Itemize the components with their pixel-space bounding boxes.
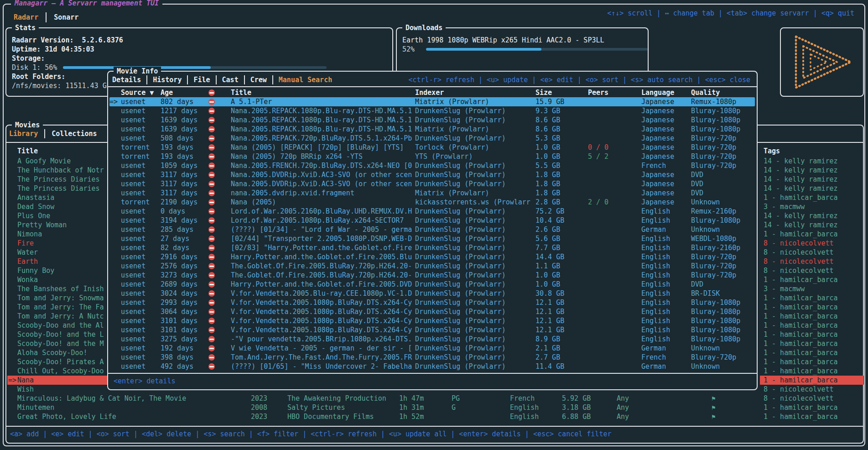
app-title: Managarr — A Servarr management TUI [11, 0, 162, 7]
servarr-tab[interactable]: Sonarr [46, 12, 86, 22]
search-result-row[interactable]: usenet 3275 days -"V pour vendetta.2005.… [108, 335, 757, 344]
movie-info-tab[interactable]: Crew [244, 75, 272, 84]
age-column-header[interactable]: Age [161, 88, 173, 97]
movie-year: 2008 [251, 403, 267, 412]
result-quality: Bluray-1080p [691, 106, 740, 115]
search-result-row[interactable]: usenet 1639 days Nana.2005.REPACK.1080p.… [108, 115, 757, 125]
search-result-row[interactable]: usenet 1217 days Nana.2005.REPACK.1080p.… [108, 106, 757, 115]
result-age: 3273 days [161, 271, 198, 280]
search-result-row[interactable]: usenet 2689 days Harry.Potter.and.the.Go… [108, 280, 757, 289]
movie-tag-cell: 14 - kelly ramirez [760, 211, 864, 220]
result-age: 1639 days [161, 115, 198, 125]
movie-tag-cell: 3 - macmww [760, 284, 864, 293]
movie-tag-cell: 1 - hamilcar_barca [760, 357, 864, 366]
result-size: 8.6 GB [535, 125, 560, 134]
result-size: 8.6 GB [535, 115, 560, 125]
search-result-row[interactable]: usenet 3194 days Lord.of.War.2005.1080p.… [108, 216, 757, 225]
movie-title: Wish [17, 385, 34, 393]
result-age: 3117 days [161, 179, 198, 188]
search-result-row[interactable]: usenet 3117 days nana.2005.dvdrip.xvid.f… [108, 188, 757, 198]
result-language: Japanese [641, 152, 674, 161]
no-entry-icon [208, 125, 215, 134]
movie-title-cell: Scooby-Doo and the Al [7, 321, 109, 330]
search-result-row[interactable]: torrent 193 days Nana (2005) [REPACK] [7… [108, 143, 757, 152]
movie-title-cell: Tom and Jerry: A Nutc [7, 312, 109, 321]
result-size: 7.7 GB [535, 243, 560, 252]
search-result-row[interactable]: => usenet 802 days A 5.1-PTer Miatrix (P… [108, 97, 757, 106]
movie-certification: G [452, 403, 456, 412]
movie-runtime: 1h 47m [399, 394, 424, 403]
search-result-row[interactable]: usenet 3024 days V.for.Vendetta.2005.Blu… [108, 289, 757, 298]
search-result-row[interactable]: usenet 285 days (????) [01/34] - "Lord o… [108, 225, 757, 234]
search-result-row[interactable]: torrent 193 days Nana (2005) 720p BRRip … [108, 152, 757, 161]
search-result-row[interactable]: usenet 192 days V wie Vendetta - 2005 - … [108, 344, 757, 353]
result-source: usenet [121, 106, 146, 115]
search-result-row[interactable]: usenet 2916 days Harry.Potter.and.the.Go… [108, 252, 757, 262]
language-column-header[interactable]: Language [641, 88, 674, 97]
search-result-row[interactable]: usenet 3064 days V.for.Vendetta.2005.108… [108, 307, 757, 316]
result-source: usenet [121, 335, 146, 344]
search-result-row[interactable]: usenet 2993 days V.for.Vendetta.2005.108… [108, 298, 757, 307]
movies-tab[interactable]: Collections [44, 129, 103, 138]
result-title: Nana.2005.REPACK.720p.BluRay.DTS.5.1.x26… [231, 134, 413, 143]
result-quality: Bluray-720p [691, 143, 736, 152]
result-language: German [641, 362, 666, 371]
search-result-row[interactable]: usenet 1639 days Nana.2005.REPACK.1080p.… [108, 125, 757, 134]
servarr-tab[interactable]: Radarr [10, 12, 46, 22]
no-entry-icon [208, 243, 215, 252]
indexer-column-header[interactable]: Indexer [415, 88, 444, 97]
result-title: The.Goblet.Of.Fire.2005.BluRay.720p.H264… [231, 271, 413, 280]
result-size: 1.8 GB [535, 188, 560, 198]
movie-tag-cell: 1 - hamilcar_barca [760, 321, 864, 330]
search-result-row[interactable]: usenet 3101 days V.for.Vendetta.2005.108… [108, 325, 757, 335]
no-entry-icon [208, 234, 215, 243]
search-result-row[interactable]: usenet 0 days Lord.of.War.2005.2160p.Blu… [108, 207, 757, 216]
search-result-row[interactable]: usenet 3117 days Nana.2005.DVDRip.XviD.A… [108, 179, 757, 188]
result-age: 1059 days [161, 161, 198, 170]
movie-title-cell: Plus One [7, 211, 109, 220]
movie-tag-cell: 14 - kelly ramirez [760, 220, 864, 230]
search-result-row[interactable]: usenet 82 days [02/83] "Harry.Potter.and… [108, 243, 757, 252]
result-indexer: DrunkenSlug (Prowlarr) [415, 271, 534, 280]
search-result-row[interactable]: usenet 3101 days V.for.Vendetta.2005.108… [108, 316, 757, 325]
size-column-header[interactable]: Size [535, 88, 552, 97]
movie-tag-cell: 8 - nicolecolvett [760, 239, 864, 248]
result-age: 3064 days [161, 307, 198, 316]
movie-info-tab[interactable]: History [146, 75, 187, 84]
result-size: 8.9 GB [535, 335, 560, 344]
movie-info-tab[interactable]: Manual Search [272, 75, 338, 84]
result-age: 492 days [161, 362, 193, 371]
result-language: Japanese [641, 198, 674, 207]
movie-title: The Hunchback of Notr [17, 166, 104, 174]
search-result-row[interactable]: usenet 3273 days The.Goblet.Of.Fire.2005… [108, 271, 757, 280]
search-result-row[interactable]: usenet 3117 days Nana.2005.DVDRip.XviD.A… [108, 170, 757, 179]
movie-title-cell: Scooby-Doo! and the L [7, 330, 109, 339]
title-column-header[interactable]: Title [231, 88, 251, 97]
search-result-row[interactable]: usenet 492 days (????) [01/65] - "Miss U… [108, 362, 757, 371]
peers-column-header[interactable]: Peers [588, 88, 608, 97]
search-result-row[interactable]: usenet 2576 days The.Goblet.Of.Fire.2005… [108, 262, 757, 271]
movies-tabs: LibraryCollections [7, 129, 104, 138]
source-column-header[interactable]: Source ▼ [121, 88, 154, 97]
movie-info-tab[interactable]: Cast [216, 75, 244, 84]
no-entry-icon [208, 362, 215, 371]
result-source: usenet [121, 307, 146, 316]
movies-tab[interactable]: Library [7, 129, 44, 138]
result-source: usenet [121, 216, 146, 225]
no-entry-icon [208, 161, 215, 170]
search-result-row[interactable]: usenet 1059 days Nana.2005.FRENCH.720p.B… [108, 161, 757, 170]
movie-title: The Princess Diaries [17, 184, 100, 193]
no-entry-icon [208, 316, 215, 325]
movie-tag-cell: 8 - nicolecolvett [760, 385, 864, 394]
search-result-row[interactable]: usenet 398 days Tom.And.Jerry.The.Fast.A… [108, 353, 757, 362]
search-result-row[interactable]: usenet 27 days [02/44] "Transporter 2.20… [108, 234, 757, 243]
movie-title-cell: Nimona [7, 230, 109, 239]
result-source: usenet [121, 179, 146, 188]
search-result-row[interactable]: torrent 2190 days Nana (2005) kickasstor… [108, 198, 757, 207]
movie-year: 2023 [251, 412, 267, 421]
quality-column-header[interactable]: Quality [691, 88, 720, 97]
search-result-row[interactable]: usenet 508 days Nana.2005.REPACK.720p.Bl… [108, 134, 757, 143]
movie-info-tab[interactable]: File [187, 75, 215, 84]
movie-info-tab[interactable]: Details [109, 75, 146, 84]
result-size: 75.2 GB [535, 207, 564, 216]
